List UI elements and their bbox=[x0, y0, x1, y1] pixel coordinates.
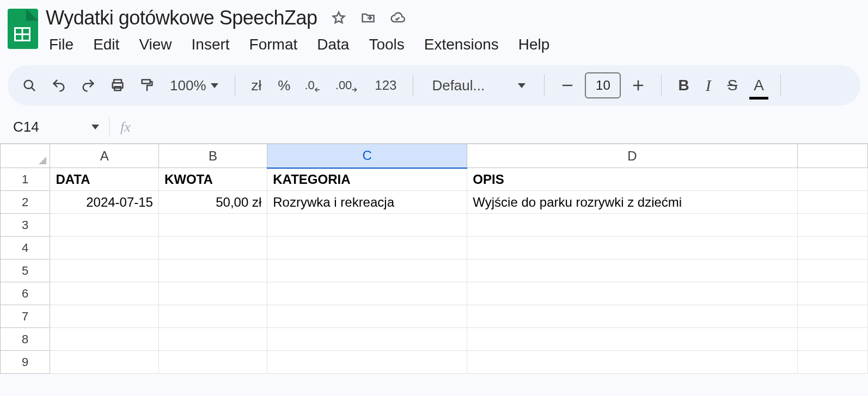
print-icon[interactable] bbox=[106, 73, 130, 97]
row-header-7[interactable]: 7 bbox=[1, 305, 50, 328]
cell-c4[interactable] bbox=[267, 237, 467, 259]
row-header-1[interactable]: 1 bbox=[1, 168, 50, 191]
cell-a3[interactable] bbox=[50, 214, 159, 237]
cell-e8[interactable] bbox=[797, 328, 867, 351]
decrease-decimals-button[interactable]: .0 bbox=[301, 73, 326, 97]
cell-b5[interactable] bbox=[158, 259, 267, 282]
column-header-b[interactable]: B bbox=[158, 144, 267, 168]
cell-d5[interactable] bbox=[467, 259, 797, 282]
cell-c1[interactable]: KATEGORIA bbox=[267, 168, 467, 191]
menu-tools[interactable]: Tools bbox=[365, 34, 407, 55]
cell-b9[interactable] bbox=[158, 351, 267, 374]
cell-c3[interactable] bbox=[267, 214, 467, 237]
font-select[interactable]: Defaul... bbox=[424, 73, 533, 97]
formula-input[interactable] bbox=[131, 120, 868, 134]
cell-b8[interactable] bbox=[158, 328, 267, 351]
search-icon[interactable] bbox=[17, 73, 41, 97]
cell-d6[interactable] bbox=[467, 282, 797, 305]
menu-extensions[interactable]: Extensions bbox=[421, 34, 502, 55]
row-header-5[interactable]: 5 bbox=[1, 259, 50, 282]
menu-insert[interactable]: Insert bbox=[188, 34, 233, 55]
increase-decimals-button[interactable]: .00 bbox=[332, 73, 364, 97]
cell-d1[interactable]: OPIS bbox=[467, 168, 797, 191]
row-header-8[interactable]: 8 bbox=[1, 328, 50, 351]
cell-a2[interactable]: 2024-07-15 bbox=[50, 191, 159, 214]
cell-b1[interactable]: KWOTA bbox=[158, 168, 267, 191]
cell-e9[interactable] bbox=[797, 351, 867, 374]
cell-a8[interactable] bbox=[50, 328, 159, 351]
cloud-status-icon[interactable] bbox=[389, 9, 406, 27]
cell-b3[interactable] bbox=[158, 214, 267, 237]
cell-c2[interactable]: Rozrywka i rekreacja bbox=[267, 191, 467, 214]
menubar: File Edit View Insert Format Data Tools … bbox=[46, 33, 553, 55]
cell-b4[interactable] bbox=[158, 237, 267, 259]
cell-e5[interactable] bbox=[797, 259, 867, 282]
cell-d3[interactable] bbox=[467, 214, 797, 237]
column-header-d[interactable]: D bbox=[467, 144, 797, 168]
cell-c8[interactable] bbox=[267, 328, 467, 351]
increase-font-size-button[interactable] bbox=[626, 73, 650, 97]
cell-a6[interactable] bbox=[50, 282, 159, 305]
cell-e2[interactable] bbox=[797, 191, 867, 214]
cell-e4[interactable] bbox=[797, 237, 867, 259]
bold-button[interactable]: B bbox=[673, 73, 694, 97]
cell-a7[interactable] bbox=[50, 305, 159, 328]
row-header-3[interactable]: 3 bbox=[1, 214, 50, 237]
cell-d9[interactable] bbox=[467, 351, 797, 374]
name-box[interactable]: C14 bbox=[0, 119, 109, 135]
undo-icon[interactable] bbox=[47, 73, 71, 97]
cell-e3[interactable] bbox=[797, 214, 867, 237]
cell-e7[interactable] bbox=[797, 305, 867, 328]
row-header-4[interactable]: 4 bbox=[1, 237, 50, 259]
menu-view[interactable]: View bbox=[136, 34, 175, 55]
cell-b6[interactable] bbox=[158, 282, 267, 305]
text-color-button[interactable]: A bbox=[748, 73, 769, 97]
redo-icon[interactable] bbox=[76, 73, 100, 97]
zoom-select[interactable]: 100% bbox=[164, 73, 224, 97]
cell-d2[interactable]: Wyjście do parku rozrywki z dziećmi bbox=[467, 191, 797, 214]
cell-b2[interactable]: 50,00 zł bbox=[158, 191, 267, 214]
column-header-c[interactable]: C bbox=[267, 144, 467, 168]
star-icon[interactable] bbox=[330, 9, 347, 27]
row-header-6[interactable]: 6 bbox=[1, 282, 50, 305]
menu-data[interactable]: Data bbox=[314, 34, 352, 55]
svg-rect-4 bbox=[142, 80, 150, 84]
cell-e1[interactable] bbox=[797, 168, 867, 191]
format-percent-button[interactable]: % bbox=[272, 73, 296, 97]
cell-e6[interactable] bbox=[797, 282, 867, 305]
column-header-a[interactable]: A bbox=[50, 144, 159, 168]
move-folder-icon[interactable] bbox=[359, 9, 377, 27]
cell-a5[interactable] bbox=[50, 259, 159, 282]
row-header-2[interactable]: 2 bbox=[1, 191, 50, 214]
cell-a9[interactable] bbox=[50, 351, 159, 374]
italic-button[interactable]: I bbox=[700, 73, 717, 97]
menu-format[interactable]: Format bbox=[246, 34, 301, 55]
toolbar: 100% zł % .0 .00 123 Defaul... B I S A bbox=[8, 65, 860, 106]
sheets-logo-icon[interactable] bbox=[8, 9, 38, 49]
cell-c6[interactable] bbox=[267, 282, 467, 305]
more-formats-button[interactable]: 123 bbox=[369, 73, 402, 97]
column-header-blank[interactable] bbox=[797, 144, 867, 168]
document-title[interactable]: Wydatki gotówkowe SpeechZap bbox=[46, 7, 317, 29]
cell-d7[interactable] bbox=[467, 305, 797, 328]
format-currency-button[interactable]: zł bbox=[246, 73, 267, 97]
cell-c7[interactable] bbox=[267, 305, 467, 328]
cell-d8[interactable] bbox=[467, 328, 797, 351]
font-size-input[interactable] bbox=[585, 72, 621, 98]
cell-d4[interactable] bbox=[467, 237, 797, 259]
menu-edit[interactable]: Edit bbox=[90, 34, 123, 55]
cell-c9[interactable] bbox=[267, 351, 467, 374]
cell-a1[interactable]: DATA bbox=[50, 168, 159, 191]
paint-format-icon[interactable] bbox=[135, 73, 159, 97]
cell-b7[interactable] bbox=[158, 305, 267, 328]
cell-a4[interactable] bbox=[50, 237, 159, 259]
font-name: Defaul... bbox=[432, 77, 485, 94]
select-all-corner[interactable] bbox=[1, 144, 50, 168]
menu-help[interactable]: Help bbox=[515, 34, 553, 55]
decrease-font-size-button[interactable] bbox=[555, 73, 579, 97]
menu-file[interactable]: File bbox=[46, 34, 77, 55]
row-header-9[interactable]: 9 bbox=[1, 351, 50, 374]
cell-c5[interactable] bbox=[267, 259, 467, 282]
zoom-value: 100% bbox=[170, 77, 206, 94]
strikethrough-button[interactable]: S bbox=[722, 73, 743, 97]
